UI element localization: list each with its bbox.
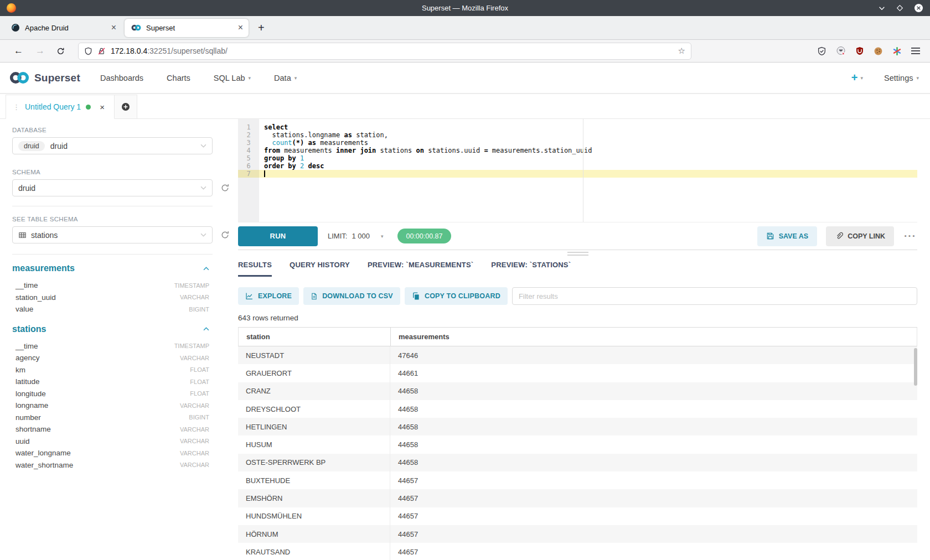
sql-editor[interactable]: 1234567 select stations.longname as stat… — [238, 119, 917, 222]
window-maximize-icon[interactable] — [896, 4, 903, 12]
column-name: __time — [16, 342, 38, 350]
collapse-chevron-icon[interactable] — [203, 327, 209, 331]
column-header-station[interactable]: station — [239, 328, 391, 346]
schema-table-header[interactable]: measurements — [12, 263, 209, 273]
back-icon[interactable]: ← — [8, 45, 29, 56]
window-minimize-icon[interactable] — [878, 4, 886, 12]
database-tag: druid — [18, 141, 45, 151]
table-row: HÖRNUM44657 — [238, 525, 917, 543]
nav-item-dashboards[interactable]: Dashboards — [100, 74, 143, 82]
table-select[interactable]: stations — [12, 226, 213, 243]
cell-measurements: 47646 — [390, 346, 917, 364]
superset-favicon — [131, 24, 141, 31]
brand-name: Superset — [34, 72, 80, 84]
column-name: longitude — [16, 390, 46, 398]
explore-button[interactable]: EXPLORE — [238, 287, 299, 305]
column-name: __time — [16, 281, 38, 289]
window-close-icon[interactable] — [914, 3, 923, 13]
cell-station: HUSUM — [238, 435, 390, 453]
extension-shield-icon[interactable] — [817, 46, 826, 56]
url-text[interactable]: 172.18.0.4:32251/superset/sqllab/ — [111, 46, 673, 55]
query-tab[interactable]: ⋮ Untitled Query 1 × — [6, 95, 115, 119]
cell-station: EMSHÖRN — [238, 489, 390, 507]
extension-ublock-icon[interactable] — [855, 46, 864, 55]
extension-mask-icon[interactable] — [836, 46, 846, 56]
cell-measurements: 44657 — [390, 471, 917, 489]
tab-close-icon[interactable]: × — [111, 23, 116, 32]
results-table-body: NEUSTADT47646GRAUERORT44661CRANZ44658DRE… — [238, 346, 917, 560]
code-line[interactable]: select — [264, 123, 917, 131]
query-tab-close-icon[interactable]: × — [100, 102, 105, 112]
column-type: VARCHAR — [180, 450, 209, 457]
schema-column-row: water_longnameVARCHAR — [12, 447, 209, 459]
save-as-button[interactable]: SAVE AS — [757, 226, 818, 246]
bookmark-star-icon[interactable]: ☆ — [678, 46, 685, 56]
chevron-down-icon — [200, 144, 206, 148]
text-cursor — [264, 170, 265, 177]
tracking-shield-icon[interactable] — [84, 47, 92, 55]
resize-handle[interactable] — [567, 252, 588, 256]
browser-navrow: ← → 172.18.0.4:32251/superset/sqllab/ ☆ — [0, 40, 930, 63]
menu-icon[interactable] — [911, 47, 920, 55]
drag-dots-icon[interactable]: ⋮ — [13, 103, 20, 111]
nav-item-data[interactable]: Data▾ — [274, 74, 297, 82]
results-tab[interactable]: PREVIEW: `STATIONS` — [491, 261, 571, 277]
tab-close-icon[interactable]: × — [238, 23, 243, 32]
column-name: uuid — [16, 437, 30, 445]
new-tab-button[interactable]: + — [251, 22, 271, 33]
forward-icon[interactable]: → — [29, 45, 51, 56]
column-type: BIGINT — [189, 414, 209, 421]
schema-column-row: agencyVARCHAR — [12, 352, 209, 364]
column-name: latitude — [16, 377, 40, 386]
superset-logo[interactable]: Superset — [9, 71, 80, 85]
insecure-lock-icon[interactable] — [97, 47, 106, 55]
schema-table-name: stations — [12, 324, 46, 334]
schema-select[interactable]: druid — [12, 179, 213, 196]
query-state-dot — [86, 105, 91, 110]
nav-item-sql-lab[interactable]: SQL Lab▾ — [214, 74, 251, 82]
limit-dropdown[interactable]: LIMIT: 1 000 ▾ — [328, 232, 383, 240]
table-scrollbar-thumb[interactable] — [914, 348, 917, 386]
gutter-line-number: 3 — [238, 139, 259, 147]
settings-menu[interactable]: Settings▾ — [884, 74, 919, 82]
gutter-line-number: 2 — [238, 131, 259, 139]
extension-cookie-icon[interactable] — [874, 46, 883, 56]
download-csv-button[interactable]: DOWNLOAD TO CSV — [303, 287, 400, 305]
gutter-line-number: 6 — [238, 162, 259, 170]
browser-tab-superset[interactable]: Superset × — [125, 19, 249, 37]
column-type: TIMESTAMP — [174, 282, 209, 289]
extension-colorful-icon[interactable] — [892, 46, 902, 56]
circle-plus-icon — [121, 102, 130, 111]
run-button[interactable]: RUN — [238, 226, 318, 246]
cell-measurements: 44658 — [390, 435, 917, 453]
code-line[interactable] — [259, 170, 917, 178]
query-tab-label: Untitled Query 1 — [25, 102, 81, 111]
code-line[interactable]: from measurements inner join stations on… — [264, 147, 917, 154]
more-actions-button[interactable]: ··· — [903, 230, 917, 242]
code-line[interactable]: group by 1 — [264, 154, 917, 162]
gutter-line-number: 1 — [238, 123, 259, 131]
collapse-chevron-icon[interactable] — [203, 267, 209, 271]
results-tab[interactable]: RESULTS — [238, 261, 272, 277]
results-tab[interactable]: PREVIEW: `MEASUREMENTS` — [368, 261, 473, 277]
code-line[interactable]: stations.longname as station, — [264, 131, 917, 139]
new-item-button[interactable]: +▾ — [851, 71, 863, 84]
code-line[interactable]: count(*) as measurements — [264, 139, 917, 147]
nav-item-charts[interactable]: Charts — [167, 74, 190, 82]
browser-tab-druid[interactable]: Apache Druid × — [4, 19, 122, 37]
print-margin — [583, 119, 583, 222]
url-bar[interactable]: 172.18.0.4:32251/superset/sqllab/ ☆ — [78, 43, 691, 60]
results-tab[interactable]: QUERY HISTORY — [290, 261, 350, 277]
code-line[interactable]: order by 2 desc — [264, 162, 917, 170]
schema-table-header[interactable]: stations — [12, 324, 209, 334]
filter-results-input[interactable] — [512, 287, 917, 305]
copy-link-button[interactable]: COPY LINK — [826, 226, 894, 246]
column-header-measurements[interactable]: measurements — [391, 328, 917, 346]
database-select[interactable]: druid druid — [12, 137, 213, 154]
new-query-tab-button[interactable] — [115, 95, 137, 119]
column-type: VARCHAR — [180, 462, 209, 468]
sql-editor-lines[interactable]: select stations.longname as station, cou… — [259, 119, 917, 222]
chevron-down-icon: ▾ — [861, 75, 864, 81]
reload-icon[interactable] — [51, 47, 70, 55]
copy-clipboard-button[interactable]: COPY TO CLIPBOARD — [405, 287, 508, 305]
